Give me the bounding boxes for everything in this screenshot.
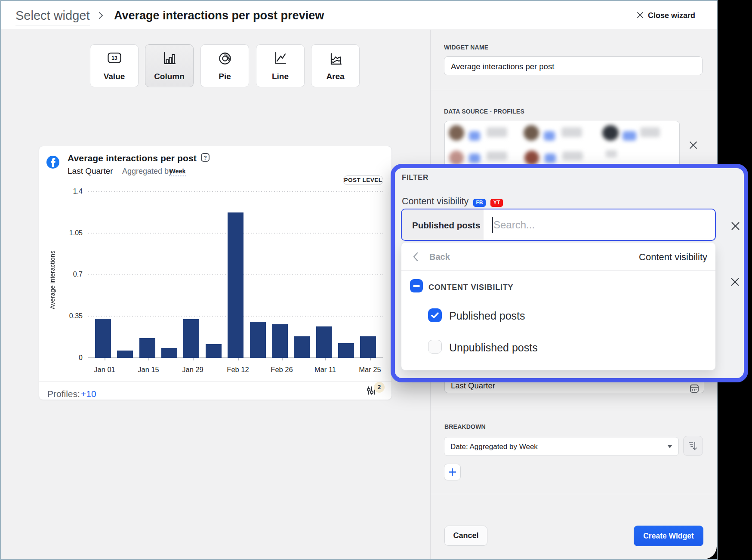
svg-text:?: ? [203, 155, 207, 161]
svg-text:13: 13 [111, 55, 117, 61]
